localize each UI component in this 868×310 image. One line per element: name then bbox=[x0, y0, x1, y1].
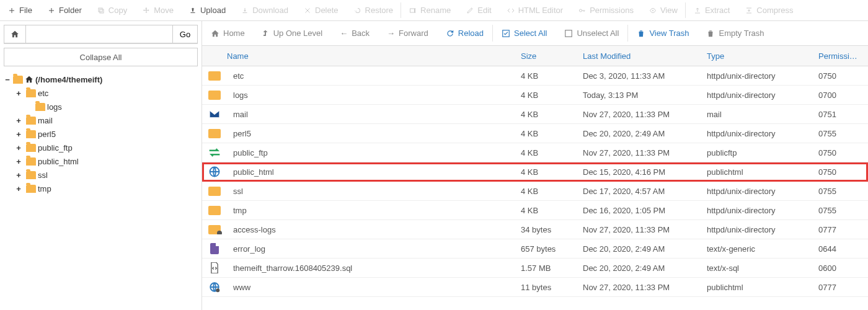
tree-expand-icon[interactable]: + bbox=[15, 130, 22, 139]
col-header-type[interactable]: Type bbox=[701, 51, 812, 61]
file-row[interactable]: www 11 bytes Nov 27, 2020, 11:33 PM publ… bbox=[202, 278, 868, 297]
file-button[interactable]: File bbox=[0, 0, 40, 20]
restore-icon bbox=[353, 6, 362, 15]
row-permissions: 0777 bbox=[812, 225, 868, 234]
row-name: logs bbox=[227, 91, 515, 100]
tree-item-label: etc bbox=[38, 89, 48, 98]
tree-expand-icon[interactable]: + bbox=[15, 170, 22, 180]
square-icon bbox=[564, 29, 573, 38]
nav-reload-button[interactable]: Reload bbox=[437, 21, 492, 45]
file-row[interactable]: error_log 657 bytes Dec 20, 2020, 2:49 A… bbox=[202, 239, 868, 259]
file-row[interactable]: logs 4 KB Today, 3:13 PM httpd/unix-dire… bbox=[202, 86, 868, 105]
tree-item-label: ssl bbox=[38, 170, 48, 180]
arrow-left-icon: ← bbox=[340, 29, 348, 38]
folder-icon bbox=[208, 206, 221, 215]
tree-item-perl5[interactable]: +perl5 bbox=[15, 127, 198, 141]
tree-item-label: tmp bbox=[38, 184, 51, 193]
home-icon bbox=[11, 30, 19, 38]
grid-header: Name Size Last Modified Type Permissions bbox=[202, 46, 868, 66]
row-icon bbox=[202, 243, 227, 254]
file-row[interactable]: themeift_tharrow.1608405239.sql 1.57 MB … bbox=[202, 259, 868, 278]
row-type: httpd/unix-directory bbox=[701, 129, 812, 138]
transfer-icon bbox=[208, 148, 221, 157]
file-row[interactable]: mail 4 KB Nov 27, 2020, 11:33 PM mail 07… bbox=[202, 105, 868, 124]
folder-icon bbox=[35, 103, 45, 111]
tree-item-logs[interactable]: logs bbox=[15, 100, 198, 113]
row-name: tmp bbox=[227, 206, 515, 215]
view-trash-button[interactable]: View Trash bbox=[628, 21, 698, 45]
tree-item-label: perl5 bbox=[38, 130, 56, 139]
row-modified: Dec 20, 2020, 2:49 AM bbox=[577, 264, 701, 273]
collapse-all-button[interactable]: Collapse All bbox=[4, 48, 198, 66]
nav-back-button[interactable]: ←Back bbox=[331, 21, 378, 45]
tree-root[interactable]: − (/home4/themeift) bbox=[4, 73, 198, 86]
file-row[interactable]: etc 4 KB Dec 3, 2020, 11:33 AM httpd/uni… bbox=[202, 66, 868, 86]
compress-icon bbox=[745, 6, 753, 15]
row-name: perl5 bbox=[227, 129, 515, 138]
row-size: 4 KB bbox=[515, 167, 577, 177]
tree-item-public_ftp[interactable]: +public_ftp bbox=[15, 141, 198, 154]
folder-icon bbox=[26, 157, 36, 166]
row-size: 34 bytes bbox=[515, 225, 577, 234]
delete-button: Delete bbox=[296, 0, 346, 20]
unselect-all-button[interactable]: Unselect All bbox=[556, 21, 627, 45]
rename-icon bbox=[409, 6, 417, 15]
tree-expand-icon[interactable]: + bbox=[15, 143, 22, 153]
upload-button[interactable]: Upload bbox=[181, 0, 233, 20]
nav-forward-button[interactable]: →Forward bbox=[378, 21, 437, 45]
row-icon bbox=[202, 225, 227, 234]
toolbar-label: Edit bbox=[477, 6, 491, 15]
tree-item-ssl[interactable]: +ssl bbox=[15, 168, 198, 182]
folder-button[interactable]: Folder bbox=[40, 0, 89, 20]
row-modified: Dec 15, 2020, 4:16 PM bbox=[577, 167, 701, 177]
tree-item-etc[interactable]: +etc bbox=[15, 86, 198, 100]
move-icon bbox=[142, 6, 151, 15]
tree-item-mail[interactable]: +mail bbox=[15, 113, 198, 127]
tree-expand-icon[interactable]: + bbox=[15, 157, 22, 166]
go-button[interactable]: Go bbox=[173, 25, 198, 43]
col-header-name[interactable]: Name bbox=[202, 51, 515, 61]
delete-icon bbox=[303, 6, 312, 15]
path-input[interactable] bbox=[26, 25, 173, 43]
html-icon bbox=[507, 6, 515, 15]
tree-expand-icon[interactable]: + bbox=[15, 116, 22, 125]
home-path-button[interactable] bbox=[4, 25, 26, 43]
row-size: 4 KB bbox=[515, 187, 577, 196]
nav-up-button[interactable]: Up One Level bbox=[254, 21, 332, 45]
col-header-modified[interactable]: Last Modified bbox=[577, 51, 701, 61]
toolbar-label: Permissions bbox=[590, 6, 634, 15]
row-icon bbox=[202, 187, 227, 196]
svg-rect-2 bbox=[410, 9, 415, 12]
select-all-button[interactable]: Select All bbox=[493, 21, 556, 45]
edit-button: Edit bbox=[458, 0, 498, 20]
file-row[interactable]: public_html 4 KB Dec 15, 2020, 4:16 PM p… bbox=[202, 162, 868, 182]
row-name: ssl bbox=[227, 187, 515, 196]
tree-item-public_html[interactable]: +public_html bbox=[15, 154, 198, 168]
move-button: Move bbox=[135, 0, 181, 20]
row-size: 4 KB bbox=[515, 148, 577, 157]
row-type: publicftp bbox=[701, 148, 812, 157]
row-size: 4 KB bbox=[515, 206, 577, 215]
tree-expand-icon[interactable]: + bbox=[15, 184, 22, 193]
tree-root-label: (/home4/themeift) bbox=[35, 75, 102, 84]
file-row[interactable]: access-logs 34 bytes Nov 27, 2020, 11:33… bbox=[202, 220, 868, 239]
file-row[interactable]: tmp 4 KB Dec 16, 2020, 1:05 PM httpd/uni… bbox=[202, 201, 868, 220]
tree-collapse-icon[interactable]: − bbox=[4, 75, 11, 84]
home-icon bbox=[211, 29, 219, 38]
col-header-permissions[interactable]: Permissions bbox=[812, 51, 868, 61]
tree-item-label: public_ftp bbox=[38, 143, 73, 153]
tree-expand-icon[interactable]: + bbox=[15, 89, 22, 98]
empty-trash-button[interactable]: Empty Trash bbox=[698, 21, 773, 45]
file-row[interactable]: perl5 4 KB Dec 20, 2020, 2:49 AM httpd/u… bbox=[202, 124, 868, 143]
toolbar-label: File bbox=[19, 6, 32, 15]
file-row[interactable]: ssl 4 KB Dec 17, 2020, 4:57 AM httpd/uni… bbox=[202, 182, 868, 201]
nav-home-button[interactable]: Home bbox=[202, 21, 254, 45]
folder-link-icon bbox=[208, 225, 221, 234]
col-header-size[interactable]: Size bbox=[515, 51, 577, 61]
toolbar-label: Folder bbox=[59, 6, 82, 15]
row-modified: Dec 17, 2020, 4:57 AM bbox=[577, 187, 701, 196]
folder-icon bbox=[208, 187, 221, 196]
file-row[interactable]: public_ftp 4 KB Nov 27, 2020, 11:33 PM p… bbox=[202, 143, 868, 162]
tree-item-tmp[interactable]: +tmp bbox=[15, 182, 198, 195]
eye-icon bbox=[649, 6, 657, 15]
